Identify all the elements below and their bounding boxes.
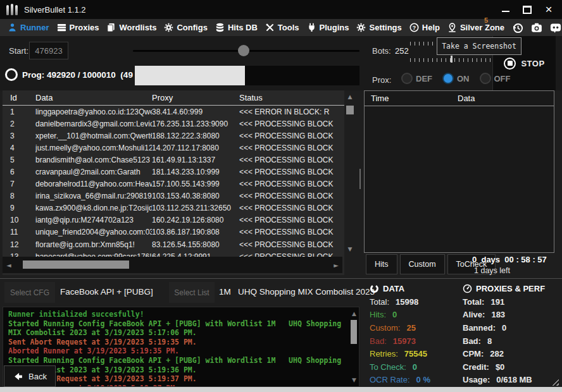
cell-data: just.meelly@yahoo.com:Moshuli123 <box>35 144 152 152</box>
nav-item-history[interactable] <box>512 22 523 34</box>
camera-icon <box>531 22 542 34</box>
bots-slider-marker[interactable] <box>451 56 453 63</box>
cell-proxy: 103.86.187.190:808 <box>152 228 239 236</box>
table-row[interactable]: 9kawa.zx900@k8.dion.ne.jp:T2osijdvt103.1… <box>3 202 344 214</box>
table-row[interactable]: 3xpeter.__101@hotmail.com:Qwert61188.132… <box>3 130 344 142</box>
cell-id: 4 <box>10 144 35 152</box>
cell-status: <<< PROCESSING BLOCK <box>239 168 344 176</box>
radio-label-def: DEF <box>416 74 432 83</box>
stat-value: 0/618 MB <box>496 375 532 384</box>
scroll-up-icon[interactable]: ▲ <box>344 94 356 100</box>
cell-status: <<< PROCESSING BLOCK <box>239 180 344 188</box>
col-status[interactable]: Status <box>239 93 344 102</box>
nav-item-label: Plugins <box>320 23 349 32</box>
col-id[interactable]: Id <box>10 93 35 102</box>
stat-value: 15973 <box>393 336 416 346</box>
prox-option-def[interactable]: DEF <box>401 73 432 84</box>
log-scroll-down-icon[interactable]: ▼ <box>352 377 356 383</box>
nav-item-wordlists[interactable]: Wordlists <box>106 23 156 32</box>
table-row[interactable]: 7deborahelrod11@yahoo.com:Heave157.100.5… <box>3 178 344 190</box>
log-line: Sent Abort Request at 3/19/2023 5:19:37 … <box>8 374 347 384</box>
col-time[interactable]: Time <box>371 94 458 103</box>
nav-item-hits-db[interactable]: Hits DB <box>215 23 258 32</box>
bots-value[interactable]: 252 <box>395 46 409 56</box>
table-row[interactable]: 8irina_sizikova_66@mail.ru:29081988103.1… <box>3 190 344 202</box>
col-hit-data[interactable]: Data <box>458 94 554 103</box>
stats-title-label: PROXIES & PERF <box>476 284 545 293</box>
nav-item-label: Silver Zone <box>460 23 504 32</box>
start-slider[interactable] <box>133 50 359 52</box>
table-header: Id Data Proxy Status <box>3 90 344 106</box>
stats-title: PROXIES & PERF <box>463 282 561 295</box>
stat-label: OCR Rate: <box>370 375 410 384</box>
table-row[interactable]: 11unique_friend2004@yahoo.com:032103.86.… <box>3 226 344 238</box>
nav-item-runner[interactable]: Runner <box>8 23 49 32</box>
cell-proxy: 38.41.4.60:999 <box>152 107 239 116</box>
panel-splitter[interactable] <box>359 169 361 189</box>
table-row[interactable]: 6cravanpaul@2mail.com:Garath181.143.233.… <box>3 166 344 178</box>
app-window: SilverBullet 1.1.2 × RunnerProxiesWordli… <box>0 0 562 392</box>
select-cfg-button[interactable]: Select CFG <box>4 282 55 303</box>
progress-radio[interactable] <box>5 68 18 81</box>
scroll-right-icon[interactable]: ► <box>334 262 339 269</box>
tab-hits[interactable]: Hits <box>366 254 397 274</box>
nav-item-tools[interactable]: Tools <box>265 23 299 32</box>
nav-item-discord[interactable] <box>550 22 561 34</box>
cell-proxy: 188.132.222.3:8080 <box>152 132 239 140</box>
gauge-icon <box>463 284 472 293</box>
log-line: Aborted Runner at 3/19/2023 5:19:37 PM. <box>8 384 347 386</box>
plugins-icon <box>307 23 316 32</box>
nav-item-silver-zone[interactable]: Silver Zone5 <box>447 23 504 32</box>
nav-item-label: Hits DB <box>228 23 258 32</box>
hscroll-thumb[interactable] <box>23 260 129 269</box>
prox-option-on[interactable]: ON <box>442 73 470 84</box>
col-data[interactable]: Data <box>35 93 152 102</box>
nav-item-plugins[interactable]: Plugins <box>307 23 349 32</box>
section-divider <box>0 278 562 279</box>
stat-row: Total:191 <box>463 295 561 309</box>
nav-item-proxies[interactable]: Proxies <box>57 23 99 32</box>
maximize-button[interactable] <box>523 5 532 14</box>
scroll-left-icon[interactable]: ◄ <box>6 262 11 269</box>
cell-id: 11 <box>10 228 35 236</box>
app-logo-bullets-icon <box>6 4 18 15</box>
nav-item-configs[interactable]: Configs <box>164 23 207 32</box>
back-button[interactable]: Back <box>4 365 56 387</box>
cell-proxy: 176.235.131.233:9090 <box>152 119 239 128</box>
table-row[interactable]: 2danielbernardix3@gmail.com:Levida176.23… <box>3 118 344 130</box>
tab-custom[interactable]: Custom <box>400 254 445 274</box>
cell-status: <<< PROCESSING BLOCK <box>239 240 344 249</box>
select-list-button[interactable]: Select List <box>169 282 215 303</box>
cell-id: 12 <box>10 240 35 249</box>
scroll-down-icon[interactable]: ▼ <box>344 246 356 252</box>
table-row[interactable]: 4just.meelly@yahoo.com:Moshuli12314.207.… <box>3 142 344 154</box>
prox-option-off[interactable]: OFF <box>480 73 511 84</box>
progress-text: Prog: 492920 / 1000010 (49 %) <box>22 70 146 80</box>
table-horizontal-scrollbar[interactable]: ◄ ► <box>3 257 342 273</box>
table-row[interactable]: 5brandismith@aol.com:Chase5123161.49.91.… <box>3 154 344 166</box>
log-scroll-up-icon[interactable]: ▲ <box>352 310 356 317</box>
radio-label-on: ON <box>457 74 470 83</box>
col-proxy[interactable]: Proxy <box>152 93 239 102</box>
cell-id: 6 <box>10 168 35 176</box>
nav-item-settings[interactable]: Settings <box>356 23 401 32</box>
close-button[interactable]: × <box>544 5 553 14</box>
proxies-icon <box>57 23 66 32</box>
nav-item-camera[interactable] <box>531 22 542 34</box>
minimize-button[interactable] <box>501 5 510 14</box>
vscroll-thumb[interactable] <box>346 106 354 114</box>
settings-icon <box>356 23 366 32</box>
table-row[interactable]: 10iantg@qip.ru:M2744702a123160.242.19.12… <box>3 214 344 226</box>
cell-data: irina_sizikova_66@mail.ru:29081988 <box>35 192 152 200</box>
start-input[interactable]: 476923 <box>29 42 68 59</box>
table-row[interactable]: 12florarte@ig.com.br:Xmn85q1!83.126.54.1… <box>3 238 344 250</box>
nav-item-label: Wordlists <box>119 23 156 32</box>
start-slider-thumb[interactable] <box>238 45 249 56</box>
svg-text:?: ? <box>413 25 416 31</box>
table-row[interactable]: 1linggapoetra@yahoo.co.id:123Qwed38.41.4… <box>3 106 344 118</box>
stat-row: Hits:0 <box>370 309 459 322</box>
nav-item-help[interactable]: ?Help <box>409 23 440 32</box>
log-scroll-thumb[interactable] <box>351 320 357 344</box>
cell-data: danielbernardix3@gmail.com:Levida <box>35 119 152 128</box>
table-vertical-scrollbar[interactable]: ▲ ▼ <box>344 90 356 255</box>
